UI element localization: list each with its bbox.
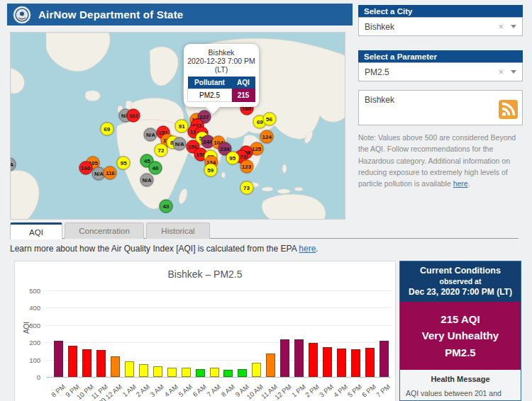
- map-marker[interactable]: 59: [204, 163, 217, 176]
- aqi-pollutant: PM2.5: [403, 344, 518, 361]
- aqi-note: Note: Values above 500 are considered Be…: [358, 132, 523, 189]
- chart-bar[interactable]: [153, 366, 162, 377]
- chart-bar[interactable]: [68, 346, 77, 377]
- map-marker[interactable]: 124: [260, 130, 274, 143]
- city-select-value: Bishkek: [365, 22, 394, 32]
- map-marker[interactable]: N/A: [173, 137, 187, 151]
- map-marker[interactable]: 116: [104, 166, 117, 179]
- chart-bar[interactable]: [210, 368, 219, 377]
- parameter-chevron-down-icon[interactable]: [511, 70, 516, 74]
- chart-gridline: [46, 325, 391, 326]
- chart-bar[interactable]: [111, 356, 120, 377]
- parameter-select-value: PM2.5: [365, 67, 389, 77]
- chart-bar[interactable]: [379, 341, 389, 377]
- map-marker[interactable]: 56: [262, 113, 276, 126]
- map-marker[interactable]: 73: [240, 181, 253, 195]
- chart-y-tick: 400: [22, 304, 40, 312]
- chart-title: Bishkek – PM2.5: [15, 269, 395, 280]
- chart-x-axis: [46, 377, 391, 378]
- chart-bar[interactable]: [223, 370, 233, 377]
- popup-city: Bishkek: [187, 48, 255, 57]
- chart-bar[interactable]: [82, 349, 92, 377]
- chart-y-tick: 100: [22, 356, 40, 364]
- chart-y-tick: 500: [22, 287, 40, 295]
- map-marker[interactable]: 69: [100, 122, 113, 135]
- city-clear-icon[interactable]: ×: [498, 21, 504, 32]
- map-popup: Bishkek 2020-12-23 7:00 PM (LT) Pollutan…: [184, 44, 259, 107]
- tab-historical[interactable]: Historical: [146, 222, 210, 239]
- rss-feed-box: Bishkek: [358, 90, 523, 125]
- popup-col-pollutant: Pollutant: [188, 77, 232, 89]
- chart-bar[interactable]: [196, 369, 205, 377]
- epa-here-link[interactable]: here: [299, 244, 316, 254]
- chart-bar[interactable]: [365, 348, 375, 377]
- map-marker[interactable]: 123: [240, 159, 253, 173]
- observed-datetime: Dec 23, 2020 7:00 PM (LT): [403, 287, 518, 297]
- current-conditions-panel: Current Conditions observed at Dec 23, 2…: [399, 261, 521, 401]
- chart-bar[interactable]: [280, 339, 289, 377]
- chart-bar[interactable]: [139, 364, 148, 377]
- chart-bar[interactable]: [323, 347, 332, 377]
- select-city-header: Select a City: [358, 5, 523, 18]
- popup-datetime: 2020-12-23 7:00 PM: [187, 57, 255, 65]
- rss-city-label: Bishkek: [365, 95, 394, 105]
- chart-bar[interactable]: [252, 363, 261, 377]
- aqi-category: Very Unhealthy: [403, 327, 518, 344]
- aqi-value: 215 AQI: [403, 311, 518, 327]
- popup-lt: (LT): [187, 65, 255, 74]
- map-marker[interactable]: 91: [175, 120, 189, 133]
- popup-table: Pollutant AQI PM2.5 215: [187, 77, 255, 102]
- parameter-clear-icon[interactable]: ×: [498, 67, 504, 77]
- chart-gridline: [46, 342, 391, 343]
- chart-bar[interactable]: [54, 341, 63, 377]
- chart-bar[interactable]: [294, 339, 304, 377]
- aqi-summary-block: 215 AQI Very Unhealthy PM2.5: [400, 302, 521, 370]
- dos-seal-logo: [13, 6, 31, 24]
- chart-bar[interactable]: [182, 368, 191, 377]
- map-marker[interactable]: 95: [226, 151, 239, 164]
- popup-aqi-value: 215: [232, 89, 255, 102]
- chart-bar[interactable]: [337, 349, 346, 377]
- chart-y-tick: 0: [22, 373, 40, 381]
- popup-col-aqi: AQI: [232, 77, 255, 89]
- map-marker[interactable]: 95: [117, 156, 131, 169]
- chart-bar[interactable]: [96, 350, 106, 377]
- chart-y-tick: 200: [22, 339, 40, 346]
- chart-bar[interactable]: [125, 361, 134, 377]
- learn-more-text: Learn more about how the Air Quality Ind…: [10, 244, 318, 254]
- map-marker[interactable]: 72: [154, 143, 167, 157]
- chart-gridline: [46, 290, 391, 291]
- app-header: AirNow Department of State: [7, 4, 353, 26]
- map-marker[interactable]: N/A: [140, 174, 154, 187]
- aqi-bar-chart: Bishkek – PM2.5 AQI 01002003004005008 PM…: [14, 261, 396, 401]
- chart-bar[interactable]: [167, 368, 177, 377]
- health-message: Health Message AQI values between 201 an…: [400, 370, 521, 401]
- app-title: AirNow Department of State: [38, 9, 183, 21]
- chart-bar[interactable]: [309, 343, 318, 377]
- view-tabs: AQI Concentration Historical: [10, 222, 212, 239]
- map-marker[interactable]: 160: [79, 161, 92, 174]
- map-marker[interactable]: 162: [127, 109, 140, 123]
- chart-bar[interactable]: [238, 369, 247, 377]
- note-here-link[interactable]: here: [453, 179, 468, 188]
- chart-bar[interactable]: [351, 349, 360, 377]
- chart-y-tick: 300: [22, 322, 40, 329]
- tab-aqi[interactable]: AQI: [10, 222, 62, 239]
- popup-pollutant-value: PM2.5: [188, 89, 232, 102]
- chart-gridline: [46, 307, 391, 308]
- city-chevron-down-icon[interactable]: [511, 25, 516, 28]
- map-marker[interactable]: N/A: [144, 128, 157, 141]
- map-marker[interactable]: 40: [148, 162, 162, 175]
- tab-concentration[interactable]: Concentration: [65, 222, 144, 239]
- world-aqi-map[interactable]: N/AN/A16269N/A15111887N/A724595105160N/A…: [10, 32, 345, 220]
- map-marker[interactable]: 43: [160, 200, 173, 213]
- select-parameter-header: Select a Parameter: [358, 50, 523, 63]
- chart-bar[interactable]: [266, 354, 275, 377]
- current-conditions-header: Current Conditions observed at Dec 23, 2…: [400, 261, 521, 302]
- city-select[interactable]: Bishkek ×: [358, 17, 523, 36]
- parameter-select[interactable]: PM2.5 ×: [358, 62, 523, 81]
- rss-icon[interactable]: [499, 100, 518, 121]
